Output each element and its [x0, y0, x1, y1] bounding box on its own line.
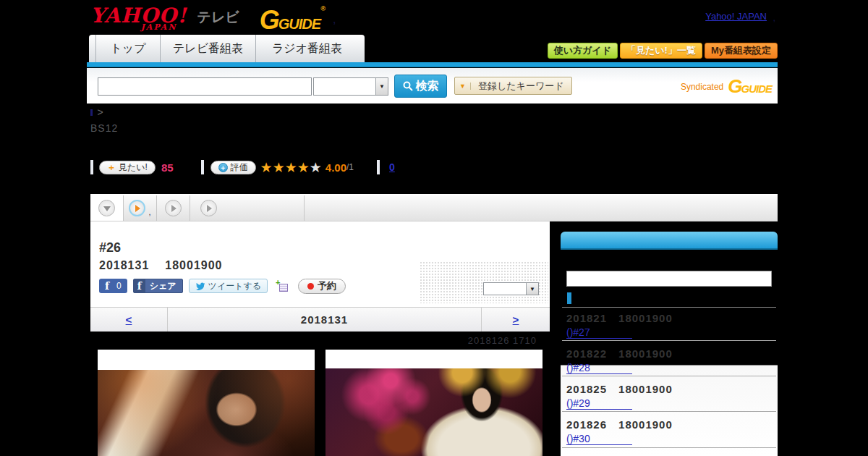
- search-button[interactable]: 検索: [394, 75, 447, 98]
- record-dot-icon: [307, 283, 314, 290]
- mitai-button[interactable]: ＋ 見たい!: [99, 161, 156, 174]
- episode-time: 18001900: [618, 418, 673, 431]
- header-artifact: ,: [333, 13, 336, 26]
- yahoo-japan-logo[interactable]: YAHOO! JAPAN: [90, 4, 187, 28]
- play-icon: [135, 205, 140, 212]
- episode-list-item[interactable]: 20182618001900 ()#30: [561, 416, 778, 452]
- gguide-logo: GGUIDE®: [260, 5, 326, 35]
- episode-link[interactable]: ()#28: [566, 362, 632, 374]
- photo-caption-strip: [326, 350, 542, 368]
- usage-guide-button[interactable]: 使い方ガイド: [548, 43, 618, 59]
- episode-link[interactable]: ()#27: [566, 326, 632, 339]
- search-button-label: 検索: [416, 79, 439, 94]
- gguide-g: G: [260, 5, 278, 35]
- select-value: [484, 283, 526, 295]
- facebook-icon: f: [134, 279, 145, 292]
- accent-bar: [87, 62, 778, 67]
- gguide-text: GUIDE: [741, 83, 772, 95]
- next-day-cell: >: [481, 308, 550, 332]
- section-marker: [567, 292, 571, 304]
- tweet-button-label: ツイートする: [208, 280, 261, 292]
- breadcrumb-link-fragment[interactable]: [90, 109, 93, 116]
- chevron-down-icon: ▼: [526, 283, 538, 295]
- tab-tv-listings[interactable]: テレビ番組表: [160, 35, 255, 62]
- actions-row: ＋ 見たい! 85 ＋ 評価 ★★★★★ 4.00 /1 0: [90, 159, 395, 175]
- registered-mark: ®: [320, 5, 326, 12]
- nav-buttons: 使い方ガイド 「見たい!」一覧 My番組表設定: [548, 43, 778, 59]
- registered-keywords-button[interactable]: ▼ 登録したキーワード: [454, 77, 572, 95]
- tab-play-active[interactable]: ,: [124, 195, 157, 221]
- program-photo-1: [98, 350, 315, 456]
- star-icon-empty: ★: [310, 160, 322, 175]
- episode-link[interactable]: ()#30: [566, 433, 632, 445]
- sidebar-header-bar[interactable]: [561, 232, 778, 250]
- star-icon: ★: [260, 160, 273, 175]
- my-listings-settings-button[interactable]: My番組表設定: [705, 43, 778, 59]
- episode-time: 18001900: [618, 347, 673, 360]
- mitai-list-button[interactable]: 「見たい!」一覧: [620, 43, 702, 59]
- photo-image-woman-seated: [326, 368, 542, 456]
- reserve-label: 予約: [318, 279, 336, 292]
- reserve-button[interactable]: 予約: [298, 279, 346, 294]
- text-artifact: ,: [148, 208, 150, 221]
- tab-cap-left: [89, 35, 95, 62]
- rate-button[interactable]: ＋ 評価: [210, 161, 256, 174]
- plus-icon: ＋: [218, 163, 228, 172]
- gguide-g: G: [728, 75, 741, 97]
- share-row: f 0 f シェア ツイートする + 予約: [99, 278, 346, 294]
- program-time: 18001900: [165, 259, 222, 271]
- service-label: テレビ: [197, 8, 239, 27]
- play-circle-active: [129, 200, 145, 216]
- star-rating[interactable]: ★★★★★: [260, 159, 322, 176]
- twitter-bird-icon: [195, 282, 205, 290]
- episode-link[interactable]: ()#29: [566, 397, 632, 410]
- select-value: [314, 78, 375, 95]
- breadcrumb-separator: >: [97, 106, 103, 118]
- collapse-circle: [98, 200, 115, 216]
- prev-day-link[interactable]: <: [126, 313, 132, 326]
- tab-play-3[interactable]: [190, 195, 305, 221]
- episode-datetime: 20182118001900: [566, 312, 778, 324]
- facebook-share-button[interactable]: f シェア: [133, 279, 183, 293]
- gguide-logo-small: GGUIDE: [728, 75, 772, 98]
- review-count-link[interactable]: 0: [389, 161, 395, 173]
- channel-name: BS12: [90, 122, 118, 134]
- episode-select[interactable]: ▼: [483, 282, 539, 295]
- gguide-text: GUIDE: [278, 16, 320, 32]
- add-to-calendar-icon[interactable]: +: [276, 281, 288, 292]
- tab-play-2[interactable]: [157, 195, 190, 221]
- search-icon: [403, 81, 413, 91]
- search-input[interactable]: [98, 77, 312, 96]
- program-card: #26 201813118001900 f 0 f シェア ツイートする +: [90, 221, 550, 332]
- syndicated-gguide: Syndicated GGUIDE: [681, 75, 772, 98]
- program-photo-2: [326, 350, 542, 456]
- tab-radio-listings[interactable]: ラジオ番組表: [255, 35, 358, 62]
- divider: [562, 411, 776, 412]
- mitai-count: 85: [161, 161, 174, 174]
- plus-icon: +: [276, 278, 280, 287]
- yahoo-japan-text: JAPAN: [141, 22, 177, 32]
- rate-label: 評価: [231, 161, 248, 174]
- logo-group: YAHOO! JAPAN テレビ GGUIDE®: [90, 4, 326, 35]
- tab-collapse[interactable]: [90, 195, 124, 221]
- divider: [562, 340, 776, 341]
- divider: [562, 307, 776, 308]
- next-day-link[interactable]: >: [513, 313, 519, 326]
- search-category-select[interactable]: ▼: [313, 77, 388, 96]
- rating-denominator: /1: [346, 162, 354, 172]
- syndicated-label: Syndicated: [681, 82, 723, 92]
- divider: [562, 447, 776, 448]
- facebook-share-label: シェア: [150, 280, 176, 292]
- breadcrumb: >: [90, 106, 103, 119]
- tab-cap-right: [358, 35, 365, 62]
- facebook-like-count: 0: [116, 281, 122, 291]
- page: YAHOO! JAPAN テレビ GGUIDE® , Yahoo! JAPAN …: [0, 0, 868, 456]
- facebook-like-button[interactable]: f 0: [99, 279, 127, 293]
- sidebar-input[interactable]: [566, 271, 772, 287]
- tweet-button[interactable]: ツイートする: [189, 279, 268, 293]
- yahoo-japan-link[interactable]: Yahoo! JAPAN: [705, 11, 767, 22]
- chevron-down-icon: ▼: [455, 83, 471, 90]
- episode-date: 201822: [566, 347, 607, 360]
- tab-top[interactable]: トップ: [95, 35, 160, 62]
- episode-date: 201826: [566, 418, 607, 431]
